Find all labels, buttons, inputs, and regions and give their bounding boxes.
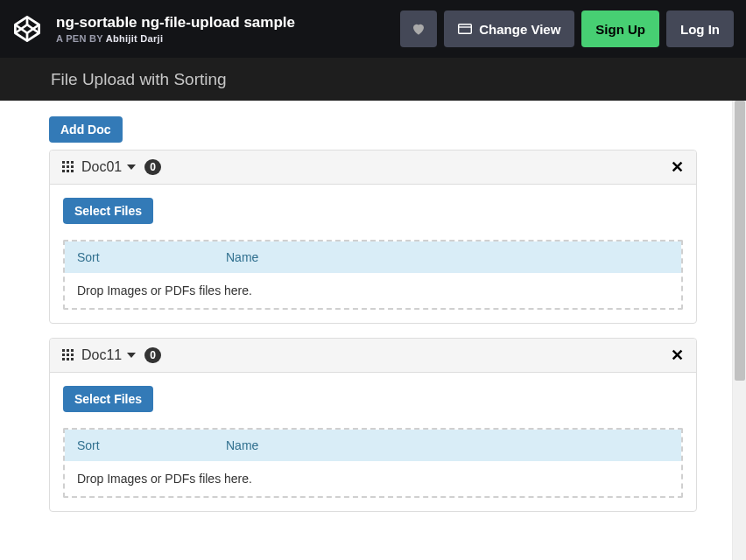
- change-view-label: Change View: [479, 22, 560, 37]
- column-sort: Sort: [65, 242, 214, 273]
- sign-up-button[interactable]: Sign Up: [581, 10, 659, 47]
- doc-panel: Doc11 0 ✕ Select Files Sort Name Drop Im…: [49, 338, 697, 512]
- codepen-logo: [12, 14, 42, 44]
- view-icon: [458, 24, 472, 34]
- log-in-button[interactable]: Log In: [666, 10, 734, 47]
- close-icon[interactable]: ✕: [671, 159, 684, 175]
- title-block: ng-sortable ng-file-upload sample A PEN …: [56, 14, 295, 44]
- file-count-badge: 0: [144, 159, 161, 175]
- sub-header: File Upload with Sorting: [0, 58, 746, 101]
- select-files-button[interactable]: Select Files: [63, 386, 153, 412]
- change-view-button[interactable]: Change View: [444, 10, 574, 47]
- panel-title: Doc11: [81, 347, 122, 363]
- doc-panel: Doc01 0 ✕ Select Files Sort Name Drop Im…: [49, 150, 697, 324]
- heart-button[interactable]: [400, 10, 437, 47]
- scrollbar-thumb[interactable]: [735, 101, 745, 381]
- byline-prefix: A PEN BY: [56, 33, 106, 44]
- dropzone-hint: Drop Images or PDFs files here.: [65, 461, 681, 496]
- pen-title: ng-sortable ng-file-upload sample: [56, 14, 295, 32]
- scrollbar-track[interactable]: [732, 101, 746, 560]
- panel-body: Select Files Sort Name Drop Images or PD…: [50, 373, 696, 511]
- drop-zone[interactable]: Sort Name Drop Images or PDFs files here…: [63, 240, 683, 310]
- panel-header[interactable]: Doc01 0 ✕: [50, 150, 696, 185]
- column-name: Name: [214, 242, 681, 273]
- drag-handle-icon[interactable]: [62, 161, 74, 173]
- panel-body: Select Files Sort Name Drop Images or PD…: [50, 185, 696, 323]
- add-doc-button[interactable]: Add Doc: [49, 116, 123, 143]
- close-icon[interactable]: ✕: [671, 347, 684, 363]
- page-title: File Upload with Sorting: [51, 70, 227, 89]
- log-in-label: Log In: [680, 22, 720, 37]
- column-name: Name: [214, 430, 681, 461]
- chevron-down-icon[interactable]: [127, 164, 136, 170]
- drop-zone[interactable]: Sort Name Drop Images or PDFs files here…: [63, 428, 683, 498]
- file-count-badge: 0: [144, 347, 161, 363]
- chevron-down-icon[interactable]: [127, 353, 136, 358]
- column-sort: Sort: [65, 430, 214, 461]
- dropzone-header: Sort Name: [65, 242, 681, 273]
- top-bar: ng-sortable ng-file-upload sample A PEN …: [0, 0, 746, 58]
- pen-author[interactable]: Abhijit Darji: [106, 33, 164, 44]
- panel-title: Doc01: [81, 159, 122, 175]
- panel-header[interactable]: Doc11 0 ✕: [50, 339, 696, 373]
- content: Add Doc Doc01 0 ✕ Select Files Sort Name…: [0, 101, 746, 560]
- content-viewport: Add Doc Doc01 0 ✕ Select Files Sort Name…: [0, 101, 746, 560]
- pen-byline: A PEN BY Abhijit Darji: [56, 33, 295, 44]
- sign-up-label: Sign Up: [595, 22, 645, 37]
- heart-icon: [411, 21, 426, 37]
- select-files-button[interactable]: Select Files: [63, 198, 153, 224]
- dropzone-hint: Drop Images or PDFs files here.: [65, 273, 681, 308]
- svg-rect-3: [459, 24, 472, 34]
- drag-handle-icon[interactable]: [62, 349, 74, 361]
- dropzone-header: Sort Name: [65, 430, 681, 461]
